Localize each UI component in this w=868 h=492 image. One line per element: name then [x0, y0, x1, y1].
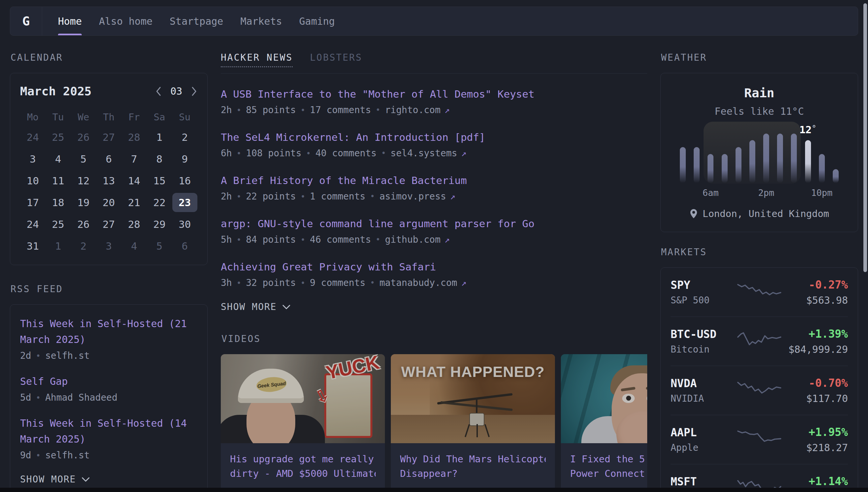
calendar-day-selected: 23 [172, 193, 198, 212]
calendar-day: 5 [71, 149, 96, 169]
weather-bar-slot [759, 133, 773, 183]
calendar-day: 10 [20, 171, 45, 190]
video-card[interactable]: Geek Squad YUCK ⬂ His upgrade got me rea… [221, 354, 385, 492]
weather-widget: Rain Feels like 11°C 12° 6am2pm10pm Lond… [660, 73, 858, 232]
market-sparkline [735, 429, 784, 450]
app-logo[interactable]: G [10, 7, 42, 35]
calendar-day: 13 [96, 171, 121, 190]
middle-column: HACKER NEWS LOBSTERS A USB Interface to … [221, 52, 647, 492]
external-link-icon [441, 234, 450, 245]
news-item-comments[interactable]: 40 comments [301, 148, 377, 158]
video-card-body: His upgrade got me really dirty - AMD $5… [221, 443, 385, 492]
news-item-comments[interactable]: 1 comments [296, 191, 365, 202]
tab-hacker-news[interactable]: HACKER NEWS [221, 52, 293, 67]
nav-tab-startpage[interactable]: Startpage [170, 7, 223, 35]
weather-bar-slot [690, 133, 704, 183]
rss-item-source: Ahmad Shadeed [31, 392, 117, 403]
weather-bar-slot [829, 133, 843, 183]
nav-tab-home[interactable]: Home [58, 7, 82, 35]
market-values: +1.39% $84,999.29 [784, 327, 848, 355]
rss-item: This Week in Self-Hosted (21 March 2025)… [20, 316, 198, 361]
calendar-day: 14 [122, 171, 147, 190]
news-item-comments[interactable]: 9 comments [296, 277, 365, 288]
news-item-meta: 5h 84 points 46 comments github.com [221, 234, 647, 245]
calendar-weekday-label: We [71, 109, 96, 125]
hour-label: 6am [703, 188, 719, 198]
market-values: -0.27% $563.98 [784, 278, 848, 306]
dashboard: CALENDAR March 2025 03 MoTuWeThFrSaSu242… [0, 52, 868, 492]
rss-item-meta: 9d selfh.st [20, 450, 198, 461]
video-title[interactable]: Why Did The Mars Helicopter Disappear? [400, 452, 546, 481]
news-show-more-button[interactable]: SHOW MORE [221, 301, 647, 312]
weather-bar [736, 147, 741, 183]
chevron-right-icon [191, 86, 198, 97]
weather-bar-slot [732, 133, 745, 183]
market-ticker: SPY [670, 279, 735, 292]
news-item-title[interactable]: A Brief History of the Miracle Bacterium [221, 174, 647, 187]
rss-item-title[interactable]: This Week in Self-Hosted (21 March 2025) [20, 316, 198, 348]
video-title-line: Power Connect [570, 466, 647, 481]
news-item-title[interactable]: A USB Interface to the "Mother of All De… [221, 88, 647, 101]
videos-section: VIDEOS Geek Squad YUCK ⬂ [221, 334, 647, 492]
market-values: +1.95% $218.27 [784, 426, 848, 453]
calendar-weekday-label: Tu [46, 109, 71, 125]
news-item-age: 3h [221, 277, 232, 288]
video-title[interactable]: His upgrade got me really dirty - AMD $5… [230, 452, 376, 481]
rss-feed-section: RSS FEED This Week in Self-Hosted (21 Ma… [10, 284, 208, 492]
market-row-spy[interactable]: SPY S&P 500 -0.27% $563.98 [670, 268, 848, 317]
nav-tab-gaming[interactable]: Gaming [299, 7, 335, 35]
news-item-source-link[interactable]: github.com [371, 234, 450, 245]
news-item-comments[interactable]: 46 comments [296, 234, 371, 245]
news-item-comments[interactable]: 17 comments [296, 104, 371, 116]
video-title[interactable]: I Fixed the 5 Power Connect [570, 452, 647, 481]
weather-bar-slot [773, 133, 787, 183]
hour-label: 2pm [758, 188, 774, 198]
tab-lobsters[interactable]: LOBSTERS [310, 52, 362, 63]
calendar-widget: March 2025 03 MoTuWeThFrSaSu242526272812… [10, 73, 208, 265]
video-card[interactable]: DO TH T I Fixed the 5 [561, 354, 647, 492]
weather-bar [708, 154, 713, 183]
calendar-day: 11 [46, 171, 71, 190]
market-row-aapl[interactable]: AAPL Apple +1.95% $218.27 [670, 415, 848, 464]
scrollbar[interactable] [863, 3, 867, 272]
weather-bar [791, 133, 797, 183]
market-row-nvda[interactable]: NVDA NVIDIA -0.70% $117.70 [670, 366, 848, 415]
chevron-down-icon [282, 304, 291, 310]
nav-tab-also-home[interactable]: Also home [99, 7, 153, 35]
news-item-points: 108 points [232, 148, 301, 158]
news-item-source-link[interactable]: sel4.systems [377, 148, 467, 158]
calendar-prev-button[interactable] [155, 86, 162, 97]
video-card[interactable]: WHAT HAPPENED? Why Did The Mars Helicopt… [391, 354, 555, 492]
weather-bar-slot [676, 133, 690, 183]
market-name: Apple [670, 442, 735, 453]
rss-item-title[interactable]: This Week in Self-Hosted (14 March 2025) [20, 416, 198, 447]
market-row-btc-usd[interactable]: BTC-USD Bitcoin +1.39% $84,999.29 [670, 317, 848, 366]
thumbnail-dim-overlay [391, 354, 555, 443]
calendar-day: 8 [147, 149, 172, 169]
calendar-day: 22 [147, 193, 172, 212]
rss-item: This Week in Self-Hosted (14 March 2025)… [20, 416, 198, 461]
calendar-day: 29 [147, 215, 172, 234]
news-item-meta: 2h 85 points 17 comments righto.com [221, 104, 647, 116]
news-item-title[interactable]: The SeL4 Microkernel: An Introduction [p… [221, 130, 647, 144]
weather-bar [763, 133, 769, 183]
calendar-day: 16 [172, 171, 198, 190]
news-item-source-link[interactable]: righto.com [371, 104, 450, 116]
show-more-label: SHOW MORE [221, 301, 277, 312]
news-item-title[interactable]: Achieving Great Privacy with Safari [221, 260, 647, 273]
nav-tab-markets[interactable]: Markets [240, 7, 282, 35]
calendar-day: 25 [46, 215, 71, 234]
hour-label: 10pm [811, 188, 833, 198]
calendar-next-button[interactable] [191, 86, 198, 97]
video-title-line: I Fixed the 5 [570, 452, 647, 466]
video-card-body: Why Did The Mars Helicopter Disappear? 2… [391, 443, 555, 492]
news-item-title[interactable]: argp: GNU-style command line argument pa… [221, 217, 647, 230]
news-item-source-link[interactable]: matanabudy.com [365, 277, 467, 288]
video-title-line: Why Did The Mars Helicopter [400, 452, 546, 466]
weather-bar [749, 140, 755, 183]
weather-location[interactable]: London, United Kingdom [672, 208, 847, 219]
rss-item-title[interactable]: Self Gap [20, 374, 198, 390]
news-item: A USB Interface to the "Mother of All De… [221, 88, 647, 116]
rss-show-more-button[interactable]: SHOW MORE [20, 474, 198, 485]
news-item-source-link[interactable]: asimov.press [365, 191, 455, 202]
